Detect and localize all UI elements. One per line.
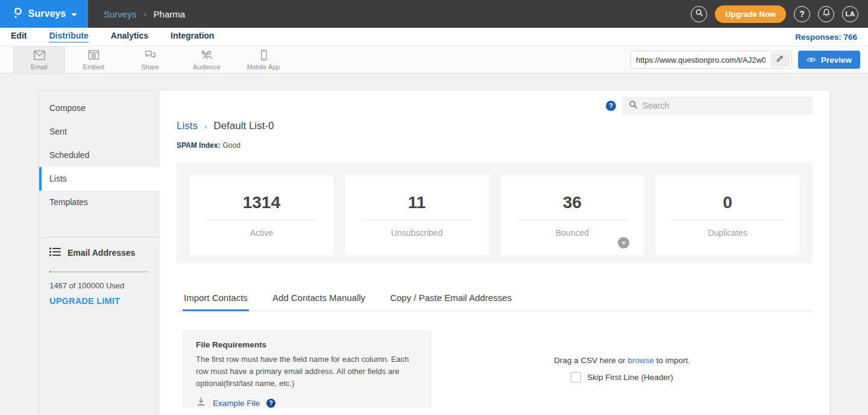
skip-first-line-label: Skip First Line (Header) [587,373,673,382]
upgrade-now-button[interactable]: Upgrade Now [715,5,786,23]
download-icon [196,397,206,409]
stat-divider [361,220,473,220]
tab-integration[interactable]: Integration [171,31,214,43]
csv-dropzone[interactable]: Drag a CSV here or browse to import. Ski… [432,330,813,408]
email-addresses-title: Email Addresses [68,248,135,258]
toolbar-tab-label: Share [141,63,159,71]
sidebar-item-compose[interactable]: Compose [39,97,160,120]
responses-count[interactable]: Responses: 766 [795,33,857,42]
tab-import-contacts[interactable]: Import Contacts [183,287,249,311]
tab-copy-paste-email-addresses[interactable]: Copy / Paste Email Addresses [389,287,513,311]
example-file-link[interactable]: Example File [213,399,260,408]
sidebar-item-scheduled[interactable]: Scheduled [39,144,160,167]
sidebar-item-templates[interactable]: Templates [39,191,160,214]
search-input[interactable] [643,101,806,110]
content-card: Compose Sent Scheduled Lists Templates E… [39,90,829,415]
tab-add-contacts-manually[interactable]: Add Contacts Manually [271,287,366,311]
browse-link[interactable]: browse [627,356,654,365]
chevron-right-icon: › [204,122,207,131]
preview-label: Preview [821,55,852,65]
tab-edit[interactable]: Edit [11,31,27,43]
question-icon: ? [799,9,805,19]
stat-label: Duplicates [708,228,747,238]
stat-value: 0 [723,193,732,212]
top-bar: Surveys Surveys › Pharma Upgrade Now ? L… [0,0,868,28]
notifications-button[interactable] [818,6,834,22]
toolbar-tab-audience[interactable]: $ Audience [178,46,235,73]
magnifier-icon [629,100,638,112]
edit-url-button[interactable] [770,52,790,67]
stat-value: 11 [408,193,426,212]
spam-index-label: SPAM Index: [177,141,220,150]
search-button[interactable] [691,6,707,22]
stat-label: Bounced [556,228,589,238]
import-contacts-panel: File Requirements The first row must hav… [177,330,813,408]
file-requirements-body: The first row must have the field name f… [196,353,413,390]
list-stats-panel: 1314 Active 11 Unsubscribed 36 Bounced ✕… [177,162,813,263]
tab-analytics[interactable]: Analytics [111,31,148,43]
email-icon [33,49,46,62]
breadcrumb-surveys-link[interactable]: Surveys [104,9,136,19]
distribute-toolbar: Email Embed Share $ [0,46,868,74]
toolbar-tab-label: Embed [83,63,104,71]
dismiss-bounced-icon[interactable]: ✕ [618,237,629,249]
survey-nav: Edit Distribute Analytics Integration Re… [0,28,868,46]
sidebar-item-sent[interactable]: Sent [39,120,160,144]
drag-instruction: Drag a CSV here or browse to import. [554,356,690,365]
caret-down-icon [71,13,77,16]
tab-distribute[interactable]: Distribute [49,31,88,43]
file-requirements-title: File Requirements [196,340,418,349]
stat-label: Unsubscribed [391,228,443,238]
mobile-app-icon [257,49,271,62]
upgrade-limit-link[interactable]: UPGRADE LIMIT [49,296,149,306]
top-bar-actions: Upgrade Now ? LA [691,5,868,23]
stat-divider [517,220,628,220]
breadcrumb-survey-name: Pharma [154,9,186,19]
avatar[interactable]: LA [842,6,858,22]
toolbar-tab-label: Mobile App [247,63,280,71]
list-icon [49,247,61,258]
stat-value: 1314 [243,193,280,212]
search-row: ? [177,97,813,115]
file-requirements-box: File Requirements The first row must hav… [183,330,432,408]
toolbar-tab-embed[interactable]: Embed [65,46,122,73]
current-list-name: Default List-0 [213,120,274,132]
skip-first-line-checkbox[interactable] [571,372,581,382]
spam-index-row: SPAM Index:Good [177,141,813,150]
stat-label: Active [250,228,273,238]
help-icon[interactable]: ? [606,101,616,111]
stat-card-bounced: 36 Bounced ✕ [501,175,644,255]
page-background: Compose Sent Scheduled Lists Templates E… [0,90,868,415]
survey-url-field [631,51,792,69]
example-file-help-icon[interactable]: ? [266,399,275,408]
help-button[interactable]: ? [794,6,810,22]
sidebar-item-lists[interactable]: Lists [39,167,160,191]
pencil-icon [776,54,784,65]
email-addresses-panel: Email Addresses 1467 of 100000 Used UPGR… [39,238,160,315]
list-detail-main: ? Lists › Default List-0 SPAM Index:Good [160,90,829,415]
email-sidebar: Compose Sent Scheduled Lists Templates E… [39,90,160,415]
questionpro-logo-icon [11,6,23,22]
spam-index-value: Good [222,141,240,150]
stat-divider [206,220,317,220]
product-switcher[interactable]: Surveys [0,0,88,28]
search-icon [695,8,703,19]
survey-url-input[interactable] [631,55,770,65]
chevron-right-icon: › [143,10,146,19]
toolbar-tab-email[interactable]: Email [13,46,65,73]
toolbar-tab-mobile-app[interactable]: Mobile App [235,46,292,73]
bell-icon [822,8,831,19]
preview-button[interactable]: Preview [798,51,860,69]
stat-card-active: 1314 Active [190,175,333,255]
share-icon [143,49,157,62]
skip-first-line-row: Skip First Line (Header) [571,372,673,382]
lists-link[interactable]: Lists [177,120,198,132]
product-name: Surveys [28,8,66,19]
stat-divider [671,220,783,220]
toolbar-tab-share[interactable]: Share [122,46,178,73]
search-box [622,97,813,115]
stat-card-duplicates: 0 Duplicates [656,175,799,255]
toolbar-right: Preview [631,46,868,73]
toolbar-tab-label: Audience [193,63,221,71]
breadcrumb: Surveys › Pharma [104,9,185,19]
